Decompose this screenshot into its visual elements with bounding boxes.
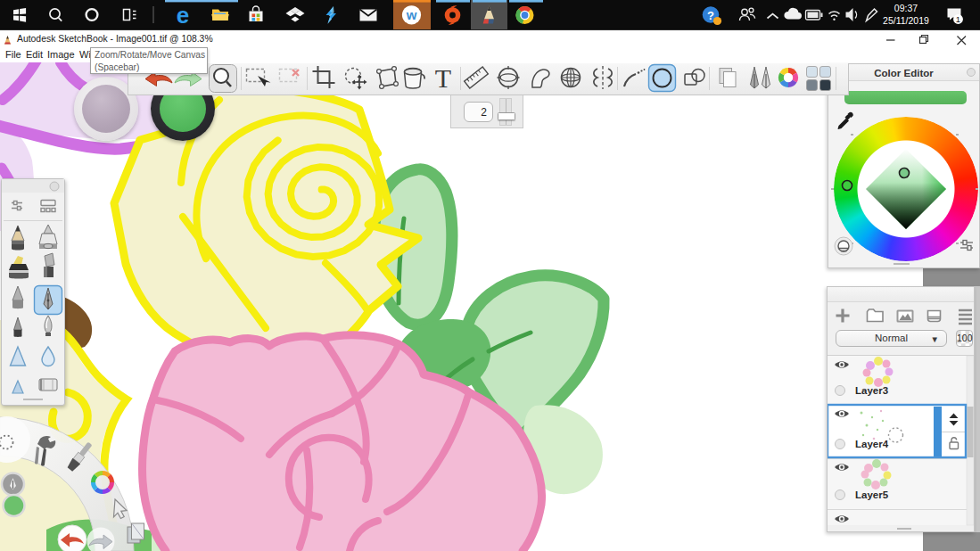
svg-text:Layer4: Layer4 [855,439,889,449]
svg-text:e: e [177,2,189,29]
svg-text:1: 1 [956,14,960,24]
svg-text:09:37: 09:37 [894,3,918,13]
svg-text:T: T [435,63,451,93]
svg-text:?: ? [707,9,714,22]
svg-text:25/11/2019: 25/11/2019 [883,15,929,26]
svg-text:Layer3: Layer3 [855,385,888,396]
svg-text:Layer5: Layer5 [855,489,889,500]
svg-text:w: w [406,7,417,22]
